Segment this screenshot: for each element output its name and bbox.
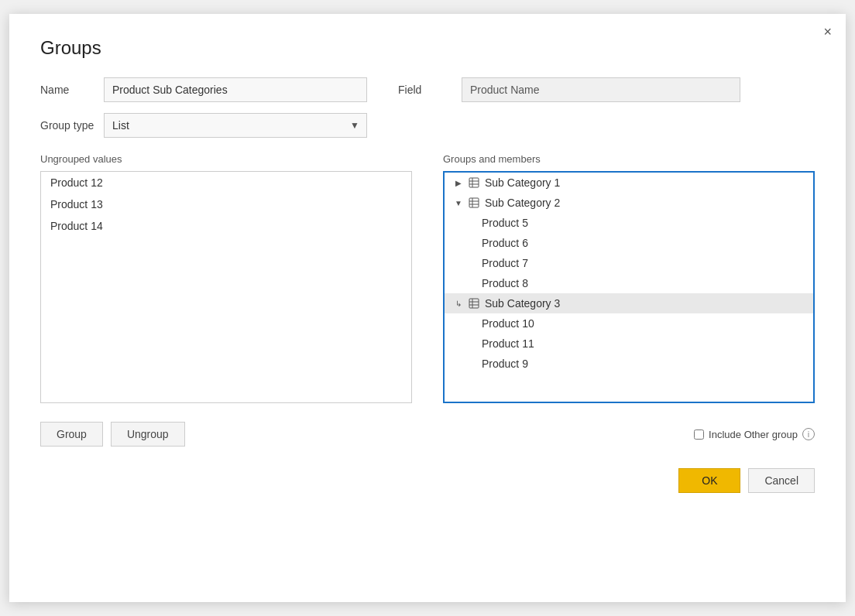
groups-dialog: × Groups Name Field Group type List Bin …	[9, 14, 846, 602]
info-icon[interactable]: i	[802, 428, 815, 440]
bottom-row: Group Ungroup Include Other group i	[40, 422, 815, 447]
ok-button[interactable]: OK	[678, 468, 740, 493]
field-group: Field	[398, 77, 740, 102]
child-item[interactable]: Product 6	[445, 233, 813, 253]
category-row-2[interactable]: ▼ Sub Category 2	[445, 193, 813, 213]
groups-section: Groups and members ▶ Sub Category 1	[443, 153, 815, 403]
category-row-3[interactable]: ↳ Sub Category 3	[445, 293, 813, 313]
ungrouped-panel[interactable]: Product 12 Product 13 Product 14	[40, 171, 412, 403]
dialog-title: Groups	[40, 37, 815, 59]
list-item[interactable]: Product 12	[41, 172, 411, 193]
include-other-label: Include Other group	[709, 429, 798, 440]
list-item[interactable]: Product 13	[41, 193, 411, 215]
ungroup-button[interactable]: Ungroup	[111, 422, 185, 447]
sections-container: Ungrouped values Product 12 Product 13 P…	[40, 153, 815, 403]
category-row-1[interactable]: ▶ Sub Category 1	[445, 173, 813, 193]
ungrouped-section: Ungrouped values Product 12 Product 13 P…	[40, 153, 412, 403]
ungrouped-label: Ungrouped values	[40, 153, 412, 165]
name-input[interactable]	[104, 77, 367, 102]
group-ungroup-buttons: Group Ungroup	[40, 422, 185, 447]
groups-panel[interactable]: ▶ Sub Category 1 ▼	[443, 171, 815, 403]
group-type-select[interactable]: List Bin	[104, 113, 367, 138]
table-icon-1	[468, 176, 480, 189]
expand-icon-1[interactable]: ▶	[452, 176, 465, 189]
expand-icon-3[interactable]: ↳	[452, 297, 465, 310]
category-1-label: Sub Category 1	[485, 176, 560, 189]
group-type-label: Group type	[40, 119, 94, 132]
table-icon-2	[468, 197, 480, 209]
cancel-button[interactable]: Cancel	[748, 468, 815, 493]
category-3-label: Sub Category 3	[485, 297, 560, 310]
group-type-select-wrapper[interactable]: List Bin ▼	[104, 113, 367, 138]
right-controls: Include Other group i	[694, 428, 815, 440]
child-item[interactable]: Product 7	[445, 253, 813, 273]
group-type-group: Group type List Bin ▼	[40, 113, 367, 138]
field-input	[462, 77, 740, 102]
group-button[interactable]: Group	[40, 422, 103, 447]
field-label: Field	[398, 84, 452, 96]
name-label: Name	[40, 84, 94, 96]
include-other-checkbox[interactable]	[694, 429, 704, 440]
svg-rect-0	[469, 178, 479, 187]
child-item[interactable]: Product 9	[445, 354, 813, 374]
table-icon-3	[468, 297, 480, 310]
name-field-row: Name Field	[40, 77, 815, 102]
category-2-label: Sub Category 2	[485, 197, 560, 209]
close-button[interactable]: ×	[823, 25, 832, 39]
child-item[interactable]: Product 11	[445, 334, 813, 354]
dialog-footer: OK Cancel	[40, 468, 815, 493]
include-other-group: Include Other group i	[694, 428, 815, 440]
child-item[interactable]: Product 10	[445, 313, 813, 334]
expand-icon-2[interactable]: ▼	[452, 197, 465, 209]
svg-rect-4	[469, 198, 479, 207]
name-group: Name	[40, 77, 367, 102]
child-item[interactable]: Product 5	[445, 213, 813, 233]
list-item[interactable]: Product 14	[41, 215, 411, 237]
group-type-row: Group type List Bin ▼	[40, 113, 815, 138]
groups-label: Groups and members	[443, 153, 815, 165]
child-item[interactable]: Product 8	[445, 273, 813, 293]
svg-rect-8	[469, 299, 479, 308]
